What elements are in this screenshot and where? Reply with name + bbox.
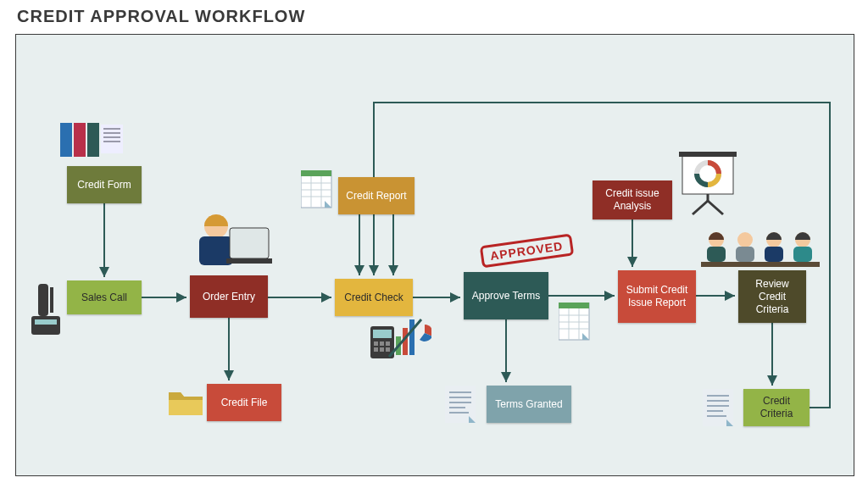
people-group-icon — [701, 230, 820, 269]
node-label: Credit File — [221, 397, 268, 409]
svg-rect-25 — [374, 341, 378, 346]
svg-rect-17 — [301, 170, 331, 176]
svg-rect-0 — [60, 123, 72, 157]
svg-rect-14 — [230, 228, 269, 258]
svg-rect-6 — [103, 136, 120, 138]
svg-rect-1 — [74, 123, 86, 157]
spreadsheet-icon — [301, 170, 335, 211]
svg-rect-26 — [380, 341, 384, 346]
svg-rect-43 — [445, 386, 476, 423]
svg-rect-57 — [707, 247, 726, 262]
svg-rect-27 — [386, 341, 390, 346]
workflow-canvas: Credit Form Sales Call Order Entry Credi… — [15, 34, 854, 476]
node-terms-granted: Terms Granted — [487, 386, 571, 423]
node-label: Credit issue Analysis — [596, 187, 669, 213]
node-label: Terms Granted — [495, 398, 562, 411]
node-credit-report: Credit Report — [338, 177, 415, 214]
svg-rect-7 — [103, 141, 120, 142]
node-label: Submit Credit Issue Report — [621, 284, 693, 309]
node-label: Credit Criteria — [747, 395, 806, 420]
document-icon — [445, 386, 479, 426]
svg-rect-37 — [559, 303, 589, 308]
folder-icon — [167, 384, 204, 418]
node-label: Review Credit Criteria — [742, 278, 803, 316]
svg-rect-55 — [701, 262, 820, 267]
svg-rect-61 — [765, 247, 783, 262]
node-label: Credit Form — [77, 179, 131, 192]
page-title: CREDIT APPROVAL WORKFLOW — [17, 7, 305, 26]
svg-rect-8 — [31, 316, 60, 335]
node-credit-form: Credit Form — [67, 166, 142, 203]
svg-line-54 — [708, 201, 723, 214]
svg-rect-24 — [373, 330, 392, 338]
svg-rect-29 — [380, 347, 384, 352]
svg-rect-11 — [50, 287, 53, 313]
node-sales-call: Sales Call — [67, 280, 142, 314]
person-laptop-icon — [192, 209, 274, 272]
node-approve-terms: Approve Terms — [464, 272, 548, 319]
svg-line-53 — [693, 201, 708, 214]
node-credit-criteria: Credit Criteria — [743, 389, 810, 426]
svg-rect-15 — [226, 258, 272, 264]
svg-rect-9 — [35, 319, 57, 325]
node-label: Sales Call — [81, 291, 127, 304]
svg-rect-28 — [374, 347, 378, 352]
svg-rect-59 — [736, 247, 754, 262]
svg-rect-4 — [103, 128, 120, 130]
presentation-chart-icon — [677, 152, 738, 216]
page: CREDIT APPROVAL WORKFLOW — [0, 0, 868, 483]
svg-rect-10 — [38, 284, 48, 316]
svg-rect-2 — [87, 123, 99, 157]
analytics-icon — [370, 311, 431, 362]
node-order-entry: Order Entry — [190, 275, 268, 318]
node-credit-issue-analysis: Credit issue Analysis — [593, 180, 672, 219]
binders-icon — [58, 118, 126, 162]
node-credit-file: Credit File — [207, 384, 281, 421]
node-label: Credit Check — [344, 291, 403, 304]
phone-icon — [26, 282, 65, 341]
svg-rect-63 — [793, 247, 812, 262]
node-label: Credit Report — [346, 190, 406, 203]
svg-rect-50 — [679, 152, 737, 157]
svg-rect-5 — [103, 132, 120, 134]
node-label: Approve Terms — [472, 290, 540, 303]
node-review-credit-criteria: Review Credit Criteria — [738, 270, 806, 323]
document-icon — [703, 389, 737, 430]
node-label: Order Entry — [203, 291, 255, 303]
node-submit-credit-issue-report: Submit Credit Issue Report — [618, 270, 696, 323]
svg-rect-30 — [386, 347, 390, 352]
spreadsheet-icon — [559, 303, 593, 343]
svg-rect-64 — [703, 389, 733, 426]
svg-point-58 — [737, 232, 753, 247]
svg-rect-33 — [409, 319, 415, 355]
